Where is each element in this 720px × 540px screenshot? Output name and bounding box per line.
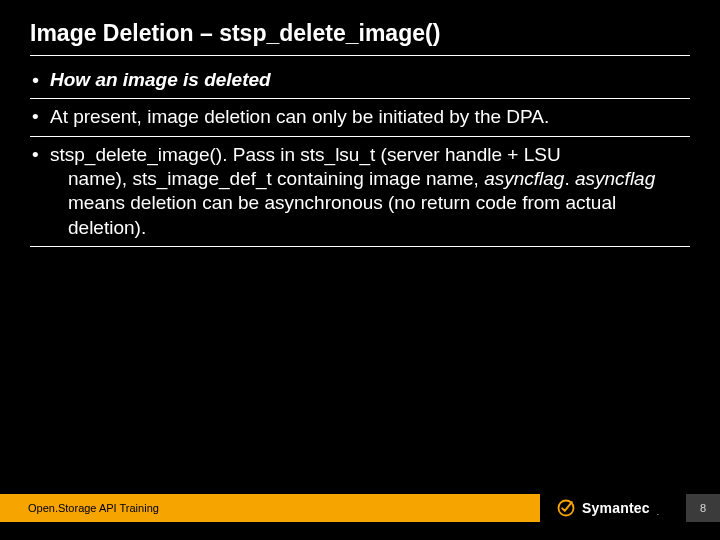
- bullet-3-asyncflag-2: asyncflag: [575, 168, 655, 189]
- bullet-2-text: At present, image deletion can only be i…: [50, 106, 549, 127]
- page-number-box: 8: [686, 494, 720, 522]
- logo: Symantec.: [556, 494, 658, 522]
- footer-bar: Open.Storage API Training: [0, 494, 540, 522]
- bullet-3-text-a: stsp_delete_image(). Pass in sts_lsu_t (…: [50, 144, 561, 165]
- bullet-3-text-f: means deletion can be asynchronous (no r…: [68, 192, 522, 213]
- bullet-1: How an image is deleted: [30, 62, 690, 99]
- bullet-3: stsp_delete_image(). Pass in sts_lsu_t (…: [30, 137, 690, 247]
- bullet-3-text-d: .: [564, 168, 575, 189]
- check-circle-icon: [556, 498, 576, 518]
- slide-title: Image Deletion – stsp_delete_image(): [30, 20, 690, 56]
- page-number: 8: [700, 502, 706, 514]
- content-area: Image Deletion – stsp_delete_image() How…: [30, 20, 690, 247]
- bullet-1-text: How an image is deleted: [50, 69, 271, 90]
- logo-text: Symantec: [582, 500, 650, 516]
- bullet-3-asyncflag-1: asyncflag: [484, 168, 564, 189]
- logo-tm: .: [657, 508, 659, 517]
- footer-label: Open.Storage API Training: [0, 502, 159, 514]
- bullet-list: How an image is deleted At present, imag…: [30, 62, 690, 247]
- footer: Open.Storage API Training Symantec. 8: [0, 494, 720, 522]
- bullet-3-text-b: name), sts_image_def_t containing image …: [68, 168, 484, 189]
- slide: Image Deletion – stsp_delete_image() How…: [0, 0, 720, 540]
- bullet-2: At present, image deletion can only be i…: [30, 99, 690, 136]
